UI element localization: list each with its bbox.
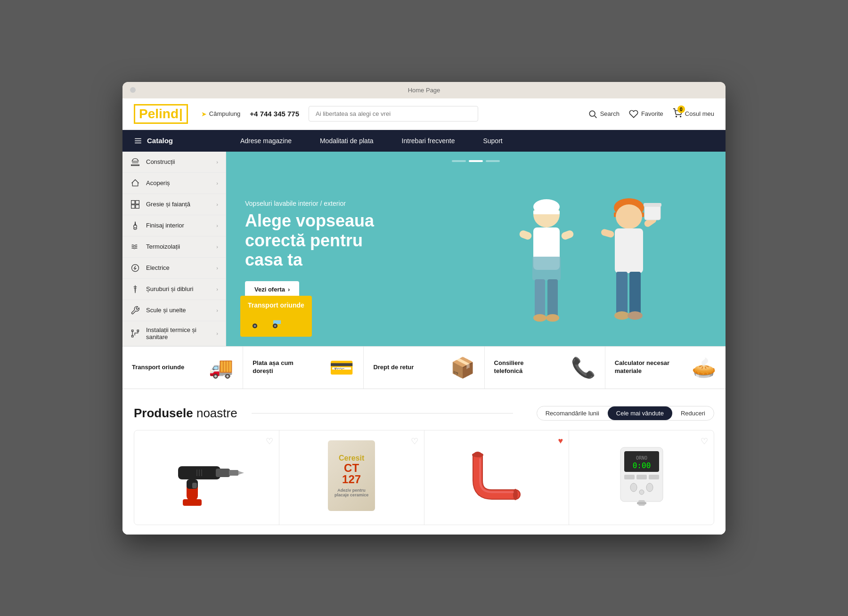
chevron-icon: › xyxy=(216,308,218,313)
tab-reduceri[interactable]: Reduceri xyxy=(672,406,714,420)
title-divider xyxy=(252,413,513,413)
svg-point-31 xyxy=(614,311,629,320)
product-card-pipe[interactable]: ♥ xyxy=(424,430,569,525)
sidebar-item-gresie[interactable]: Gresie și faianță › xyxy=(122,194,226,215)
cart-button[interactable]: 0 Cosul meu xyxy=(673,108,714,119)
sidebar-label-constructii: Construcții xyxy=(146,158,175,165)
svg-rect-16 xyxy=(533,211,560,214)
svg-point-27 xyxy=(616,204,642,229)
nav-link-faq[interactable]: Intrebari frecvente xyxy=(388,130,469,151)
tab-recomandarile[interactable]: Recomandările lunii xyxy=(537,406,608,420)
plumbing-icon xyxy=(130,328,140,339)
feature-card-plata[interactable]: Plata așa cum dorești 💳 xyxy=(243,347,364,389)
banner-van-badge: Transport oriunde xyxy=(240,296,312,337)
chevron-icon: › xyxy=(216,286,218,292)
svg-point-32 xyxy=(628,311,643,320)
browser-title: Home Page xyxy=(408,87,440,94)
svg-point-55 xyxy=(472,453,483,457)
cart-label: Cosul meu xyxy=(685,110,714,117)
sidebar-item-left: Electrice xyxy=(130,263,170,273)
svg-rect-23 xyxy=(519,229,533,241)
products-header: Produsele noastre Recomandările lunii Ce… xyxy=(134,406,714,421)
svg-marker-47 xyxy=(238,471,244,475)
wishlist-button-4[interactable]: ♡ xyxy=(701,436,708,446)
person2-figure xyxy=(589,191,669,346)
product-card-drill[interactable]: ♡ xyxy=(134,430,279,525)
svg-rect-34 xyxy=(644,205,660,220)
hardhat-icon xyxy=(130,157,140,167)
wishlist-button-3[interactable]: ♥ xyxy=(558,436,563,446)
product-grid: ♡ xyxy=(134,430,714,525)
product-image-drill xyxy=(142,438,271,513)
browser-window: Home Page Pelind | ➤ Câmpulung +4 744 34… xyxy=(122,82,726,535)
feature-label-consiliere: Consiliere telefonică xyxy=(494,359,551,375)
banner-subtitle: Vopseluri lavabile interior / exterior xyxy=(245,200,405,207)
svg-point-41 xyxy=(254,324,256,327)
feature-card-retur[interactable]: Drept de retur 📦 xyxy=(364,347,484,389)
feature-label-calculator: Calculator necesar materiale xyxy=(615,359,671,375)
svg-rect-37 xyxy=(249,316,272,326)
svg-point-66 xyxy=(639,490,644,494)
svg-rect-61 xyxy=(624,475,635,479)
product-card-meter[interactable]: ♡ ORNO 0:00 xyxy=(569,430,714,525)
nav-link-payment[interactable]: Modalitati de plata xyxy=(306,130,388,151)
sidebar-item-finisaj[interactable]: Finisaj interior › xyxy=(122,215,226,236)
feature-icon-calculator: 🥧 xyxy=(692,356,716,379)
feature-card-transport[interactable]: Transport oriunde 🚚 xyxy=(122,347,243,389)
banner-people xyxy=(452,152,726,346)
sidebar-item-left: Gresie și faianță xyxy=(130,199,190,210)
sidebar-item-termoizolatie[interactable]: Termoizolații › xyxy=(122,236,226,258)
sidebar-item-left: Finisaj interior xyxy=(130,220,184,231)
svg-rect-68 xyxy=(637,502,646,504)
banner-cta-button[interactable]: Vezi oferta › xyxy=(245,281,299,298)
svg-text:0:00: 0:00 xyxy=(632,461,651,470)
browser-body: Pelind | ➤ Câmpulung +4 744 345 775 Sear… xyxy=(122,98,726,535)
chevron-icon: › xyxy=(216,223,218,228)
ceresit-product: CT127 xyxy=(342,462,361,485)
location-text: Câmpulung xyxy=(209,110,241,117)
tools-icon xyxy=(130,305,140,316)
favorites-button[interactable]: Favorite xyxy=(629,109,663,119)
svg-rect-18 xyxy=(532,257,561,280)
sidebar-item-left: Termoizolații xyxy=(130,242,180,252)
location-badge[interactable]: ➤ Câmpulung xyxy=(201,110,241,118)
sidebar-item-scule[interactable]: Scule și unelte › xyxy=(122,300,226,321)
sidebar-label-scule: Scule și unelte xyxy=(146,307,186,314)
product-card-ceresit[interactable]: ♡ Ceresit CT127 Adeziv pentruplacaje cer… xyxy=(279,430,424,525)
logo-accent: | xyxy=(179,106,183,122)
chevron-icon: › xyxy=(216,180,218,186)
catalog-button[interactable]: Catalog xyxy=(122,130,226,152)
search-button[interactable]: Search xyxy=(588,109,620,119)
feature-label-plata: Plata așa cum dorești xyxy=(253,359,309,375)
sidebar-item-constructii[interactable]: Construcții › xyxy=(122,152,226,173)
svg-rect-46 xyxy=(229,470,238,476)
svg-point-3 xyxy=(680,116,681,117)
products-title-rest: noastre xyxy=(193,406,237,420)
sidebar-item-suruburi[interactable]: Șuruburi și dibluri › xyxy=(122,279,226,300)
feature-card-consiliere[interactable]: Consiliere telefonică 📞 xyxy=(485,347,605,389)
logo[interactable]: Pelind | xyxy=(134,104,188,124)
product-image-meter: ORNO 0:00 xyxy=(577,438,706,513)
feature-label-transport: Transport oriunde xyxy=(132,364,184,372)
sidebar-item-left: Șuruburi și dibluri xyxy=(130,284,193,294)
sidebar-label-gresie: Gresie și faianță xyxy=(146,201,190,208)
ceresit-desc: Adeziv pentruplacaje ceramice xyxy=(334,488,368,497)
screw-icon xyxy=(130,284,140,294)
nav-link-support[interactable]: Suport xyxy=(469,130,516,151)
sidebar-item-instalatii[interactable]: Instalații termice și sanitare › xyxy=(122,321,226,346)
product-image-ceresit: Ceresit CT127 Adeziv pentruplacaje ceram… xyxy=(287,438,416,513)
feature-card-calculator[interactable]: Calculator necesar materiale 🥧 xyxy=(605,347,726,389)
sidebar-item-electrice[interactable]: Electrice › xyxy=(122,258,226,279)
tab-cele-mai-vandute[interactable]: Cele mai vândute xyxy=(608,406,672,420)
wishlist-button-1[interactable]: ♡ xyxy=(266,436,273,446)
wishlist-button-2[interactable]: ♡ xyxy=(411,436,418,446)
search-input[interactable] xyxy=(309,106,478,122)
feature-icon-transport: 🚚 xyxy=(209,356,233,379)
location-icon: ➤ xyxy=(201,110,207,118)
sidebar-item-acoperis[interactable]: Acoperiș › xyxy=(122,173,226,194)
browser-titlebar: Home Page xyxy=(122,82,726,98)
nav-link-addresses[interactable]: Adrese magazine xyxy=(226,130,306,151)
header-actions: Search Favorite 0 C xyxy=(588,108,714,119)
products-section: Produsele noastre Recomandările lunii Ce… xyxy=(122,393,726,535)
ceresit-bag-image: Ceresit CT127 Adeziv pentruplacaje ceram… xyxy=(328,440,375,511)
